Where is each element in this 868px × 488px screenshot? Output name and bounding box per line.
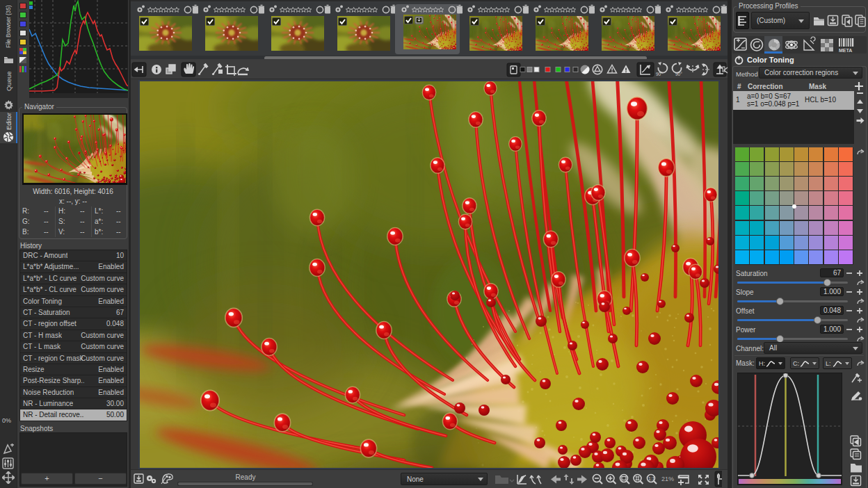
- svg-text:1:1: 1:1: [648, 476, 655, 481]
- svg-text:21%: 21%: [661, 475, 674, 482]
- svg-text:90°: 90°: [656, 72, 663, 76]
- svg-text:90°: 90°: [675, 72, 682, 76]
- svg-text:META: META: [839, 48, 852, 53]
